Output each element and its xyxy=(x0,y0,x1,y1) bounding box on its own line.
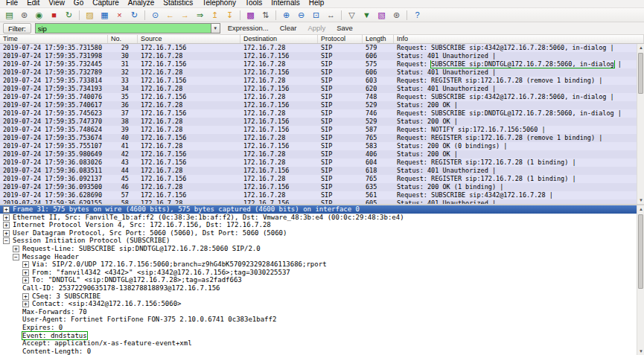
menu-edit[interactable]: Edit xyxy=(22,0,44,7)
detail-line-contact[interactable]: +Contact: <sip:4342@172.16.7.156:5060> xyxy=(0,300,637,308)
filter-dropdown-icon[interactable]: ▼ xyxy=(211,23,220,33)
expand-icon[interactable]: + xyxy=(13,246,19,252)
menu-go[interactable]: Go xyxy=(69,0,88,7)
detail-scrollbar[interactable] xyxy=(637,205,644,355)
column-header-protocol[interactable]: Protocol xyxy=(318,35,363,43)
packet-row[interactable]: 2019-07-24 17:59:35.74007635172.16.7.156… xyxy=(0,93,637,101)
expand-icon[interactable]: + xyxy=(3,230,10,237)
detail-line-max-forwards[interactable]: Max-Forwards: 70 xyxy=(0,308,637,316)
scroll-down-icon[interactable] xyxy=(637,348,644,355)
detail-line-cseq[interactable]: +CSeq: 3 SUBSCRIBE xyxy=(0,292,637,301)
packet-row[interactable]: 2019-07-24 17:59:35.98064942172.16.7.156… xyxy=(0,150,637,159)
apply-button[interactable]: Apply xyxy=(304,23,329,33)
go-last-button[interactable]: ↧ xyxy=(223,9,237,22)
menu-view[interactable]: View xyxy=(44,0,69,7)
open-file-button[interactable]: ▨ xyxy=(83,9,97,22)
detail-line-from[interactable]: +From: "fanvil4342 <4342>" <sip:4342@172… xyxy=(0,269,637,277)
column-header-time[interactable]: Time xyxy=(0,35,108,43)
auto-scroll-button[interactable]: ⇅ xyxy=(258,9,272,22)
packet-row[interactable]: 2019-07-24 17:59:35.73381433172.16.7.156… xyxy=(0,77,637,85)
zoom-out-button[interactable]: ⊖ xyxy=(294,9,308,22)
reload-file-button[interactable]: ↻ xyxy=(127,9,141,22)
coloring-rules-button[interactable]: ▧ xyxy=(374,9,389,22)
expand-icon[interactable]: + xyxy=(22,269,29,276)
packet-row[interactable]: 2019-07-24 17:59:35.73244531172.16.7.156… xyxy=(0,60,637,68)
packet-row[interactable]: 2019-07-24 17:59:35.73199830172.16.7.281… xyxy=(0,52,637,60)
detail-line-user-agent[interactable]: User-Agent: Fortinet FortiFone FON-375 2… xyxy=(0,316,637,324)
packet-row[interactable]: 2019-07-24 17:59:35.74562337172.16.7.156… xyxy=(0,109,637,118)
go-to-packet-button[interactable]: ⇒ xyxy=(193,9,207,22)
menu-telephony[interactable]: Telephony xyxy=(197,0,240,7)
menu-help[interactable]: Help xyxy=(305,0,329,7)
zoom-in-button[interactable]: ⊕ xyxy=(279,9,293,22)
packet-row[interactable]: 2019-07-24 17:59:35.74737038172.16.7.281… xyxy=(0,118,637,126)
help-button[interactable]: ? xyxy=(410,9,424,22)
packet-row[interactable]: 2019-07-24 17:59:36.08351144172.16.7.281… xyxy=(0,167,637,175)
expand-icon[interactable]: + xyxy=(3,206,10,213)
packet-row[interactable]: 2019-07-24 17:59:35.74061736172.16.7.281… xyxy=(0,101,637,109)
detail-line-content-length[interactable]: Content-Length: 0 xyxy=(0,348,637,355)
packet-list-scrollbar-thumb[interactable] xyxy=(638,53,643,94)
collapse-icon[interactable]: − xyxy=(13,254,19,260)
expand-icon[interactable]: + xyxy=(22,301,29,307)
menu-analyze[interactable]: Analyze xyxy=(124,0,159,7)
packet-row[interactable]: 2019-07-24 17:59:35.75367440172.16.7.156… xyxy=(0,134,637,142)
stop-capture-button[interactable]: ■ xyxy=(47,9,61,22)
filter-input[interactable] xyxy=(35,23,211,33)
list-interfaces-button[interactable]: ▤ xyxy=(2,9,16,22)
capture-options-button[interactable]: ⊛ xyxy=(17,9,31,22)
packet-row[interactable]: 2019-07-24 17:59:35.73419334172.16.7.281… xyxy=(0,85,637,93)
detail-line-expires[interactable]: Expires: 0 xyxy=(0,324,637,332)
detail-line-udp[interactable]: +User Datagram Protocol, Src Port: 5060 … xyxy=(0,229,637,237)
expand-icon[interactable]: + xyxy=(22,293,29,300)
detail-line-request-line[interactable]: +Request-Line: SUBSCRIBE sip:DNDTGL@172.… xyxy=(0,245,637,253)
zoom-normal-button[interactable]: ⊡ xyxy=(309,9,323,22)
menu-statistics[interactable]: Statistics xyxy=(159,0,197,7)
expand-icon[interactable]: + xyxy=(3,222,10,228)
packet-row[interactable]: 2019-07-24 17:59:36.62915558172.16.7.281… xyxy=(0,199,637,204)
go-forward-button[interactable]: → xyxy=(178,9,192,22)
go-back-button[interactable]: ← xyxy=(163,9,177,22)
save-button[interactable]: Save xyxy=(333,23,357,33)
save-file-button[interactable]: ▦ xyxy=(98,9,112,22)
detail-line-call-id[interactable]: Call-ID: 25372290635178-138278818893@172… xyxy=(0,284,637,292)
detail-line-ip[interactable]: +Internet Protocol Version 4, Src: 172.1… xyxy=(0,221,637,229)
detail-line-ethernet[interactable]: +Ethernet II, Src: FanvilTe_1b:af:f2 (0c… xyxy=(0,214,637,222)
expand-icon[interactable]: + xyxy=(22,277,29,284)
detail-line-accept[interactable]: Accept: application/x-as-feature-event+x… xyxy=(0,339,637,348)
clear-button[interactable]: Clear xyxy=(276,23,301,33)
packet-row[interactable]: 2019-07-24 17:59:36.09350046172.16.7.281… xyxy=(0,183,637,191)
menu-tools[interactable]: Tools xyxy=(240,0,267,7)
detail-line-sip[interactable]: −Session Initiation Protocol (SUBSCRIBE) xyxy=(0,237,637,245)
collapse-icon[interactable]: − xyxy=(3,237,10,244)
resize-columns-button[interactable]: ↔ xyxy=(324,9,338,22)
packet-list-scrollbar[interactable] xyxy=(637,44,644,204)
capture-filters-button[interactable]: ▽ xyxy=(345,9,359,22)
detail-line-frame[interactable]: +Frame 31: 575 bytes on wire (4600 bits)… xyxy=(0,205,637,214)
restart-capture-button[interactable]: ↻ xyxy=(62,9,76,22)
close-file-button[interactable]: × xyxy=(112,9,127,22)
column-header-no[interactable]: No. xyxy=(108,35,138,43)
packet-row[interactable]: 2019-07-24 17:59:35.73158029172.16.7.156… xyxy=(0,44,637,52)
detail-line-to[interactable]: +To: "DNDTGL" <sip:DNDTGL@172.16.7.28>;t… xyxy=(0,276,637,284)
start-capture-button[interactable]: ◉ xyxy=(32,9,46,22)
go-first-button[interactable]: ↥ xyxy=(208,9,222,22)
packet-row[interactable]: 2019-07-24 17:59:35.75510741172.16.7.281… xyxy=(0,142,637,150)
menu-capture[interactable]: Capture xyxy=(88,0,124,7)
column-header-length[interactable]: Length xyxy=(363,35,394,43)
scroll-down-icon[interactable] xyxy=(637,196,644,204)
colorize-packets-button[interactable]: ▩ xyxy=(243,9,258,22)
scroll-up-icon[interactable] xyxy=(637,205,644,213)
expand-icon[interactable]: + xyxy=(22,261,29,268)
detail-line-message-header[interactable]: −Message Header xyxy=(0,253,637,261)
scroll-up-icon[interactable] xyxy=(637,44,644,51)
packet-row[interactable]: 2019-07-24 17:59:35.74862439172.16.7.281… xyxy=(0,126,637,134)
column-header-destination[interactable]: Destination xyxy=(240,35,318,43)
filter-button[interactable]: Filter: xyxy=(3,23,31,33)
expression-button[interactable]: Expression... xyxy=(224,23,272,33)
packet-row[interactable]: 2019-07-24 17:59:36.62869057172.16.7.156… xyxy=(0,191,637,199)
detail-line-via[interactable]: +Via: SIP/2.0/UDP 172.16.7.156:5060;bran… xyxy=(0,260,637,269)
packet-row[interactable]: 2019-07-24 17:59:36.09213745172.16.7.156… xyxy=(0,175,637,183)
column-header-source[interactable]: Source xyxy=(138,35,240,43)
packet-row[interactable]: 2019-07-24 17:59:35.73278932172.16.7.281… xyxy=(0,68,637,77)
